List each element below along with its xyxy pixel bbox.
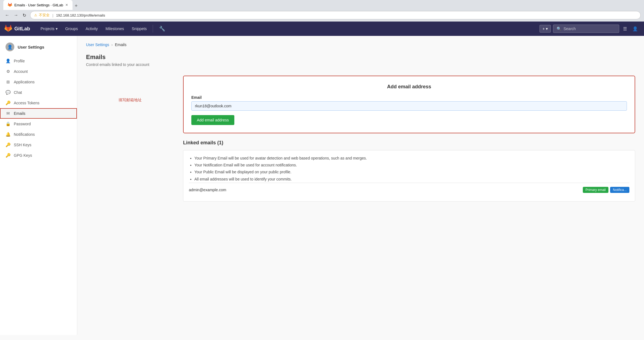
email-address: admin@example.com <box>189 188 226 192</box>
sidebar: 👤 User Settings 👤 Profile ⚙ Account ⊞ Ap… <box>0 36 77 335</box>
address-divider: | <box>52 13 53 17</box>
password-icon: 🔒 <box>6 121 10 126</box>
sidebar-item-label-emails: Emails <box>14 111 25 116</box>
sidebar-item-profile[interactable]: 👤 Profile <box>0 56 77 66</box>
page-title: Emails <box>86 54 635 61</box>
profile-icon: 👤 <box>6 59 10 63</box>
info-item-1: Your Primary Email will be used for avat… <box>194 155 629 162</box>
notifications-icon: 🔔 <box>6 132 10 137</box>
create-new-button[interactable]: + ▾ <box>540 25 551 33</box>
page-subtitle: Control emails linked to your account <box>86 62 635 67</box>
account-icon: ⚙ <box>6 69 10 74</box>
address-bar[interactable]: ⚠ 不安全 | 192.168.182.130/profile/emails <box>30 11 641 19</box>
sidebar-header: 👤 User Settings <box>0 40 77 56</box>
linked-emails-section: Linked emails (1) Your Primary Email wil… <box>183 140 635 201</box>
add-email-card-title: Add email address <box>191 84 627 90</box>
linked-emails-info-box: Your Primary Email will be used for avat… <box>183 150 635 201</box>
sidebar-item-password[interactable]: 🔒 Password <box>0 119 77 129</box>
left-column: 填写邮箱地址 <box>86 76 174 207</box>
sidebar-item-label-gpg-keys: GPG Keys <box>14 153 32 158</box>
linked-emails-title: Linked emails (1) <box>183 140 635 146</box>
projects-dropdown-icon: ▾ <box>56 26 58 31</box>
search-icon: 🔍 <box>557 26 561 31</box>
email-form-field: Email <box>191 95 627 111</box>
security-warning-icon: ⚠ <box>34 13 37 17</box>
emails-icon: ✉ <box>6 111 10 116</box>
linked-emails-info-list: Your Primary Email will be used for avat… <box>189 155 629 183</box>
sidebar-title: User Settings <box>18 45 44 49</box>
email-row: admin@example.com Primary email Notifica… <box>189 183 629 197</box>
sidebar-item-chat[interactable]: 💬 Chat <box>0 87 77 98</box>
sidebar-item-access-tokens[interactable]: 🔑 Access Tokens <box>0 98 77 108</box>
chat-icon: 💬 <box>6 90 10 95</box>
add-email-button[interactable]: Add email address <box>191 115 234 125</box>
sidebar-item-label-notifications: Notifications <box>14 132 35 137</box>
tab-title: Emails · User Settings · GitLab <box>14 3 63 7</box>
add-email-card: Add email address Email Add email addres… <box>183 76 635 133</box>
notification-email-badge: Notifica... <box>610 187 629 193</box>
info-item-3: Your Public Email will be displayed on y… <box>194 169 629 176</box>
sidebar-avatar: 👤 <box>6 42 14 51</box>
nav-divider <box>153 25 153 33</box>
access-tokens-icon: 🔑 <box>6 100 10 105</box>
nav-projects[interactable]: Projects ▾ <box>37 22 61 36</box>
global-search-box[interactable]: 🔍 Search <box>553 25 619 33</box>
gitlab-logo[interactable]: GitLab <box>4 25 30 33</box>
sidebar-item-emails[interactable]: ✉ Emails <box>0 108 77 119</box>
plus-icon: + <box>543 26 545 31</box>
breadcrumb-current: Emails <box>115 42 127 47</box>
email-input-label: Email <box>191 95 627 100</box>
nav-admin-icon[interactable]: 🔧 <box>155 22 169 36</box>
sidebar-item-label-access-tokens: Access Tokens <box>14 101 39 105</box>
user-menu-button[interactable]: 👤 <box>631 25 640 33</box>
tab-close-button[interactable]: ✕ <box>65 3 68 7</box>
sidebar-item-label-applications: Applications <box>14 80 35 84</box>
nav-links: Projects ▾ Groups Activity Milestones Sn… <box>37 22 169 36</box>
new-tab-button[interactable]: + <box>73 2 80 10</box>
reload-button[interactable]: ↻ <box>21 12 28 19</box>
nav-milestones[interactable]: Milestones <box>102 22 128 36</box>
right-column: Add email address Email Add email addres… <box>183 76 635 207</box>
security-warning-text: 不安全 <box>39 13 50 18</box>
gitlab-favicon <box>8 3 12 7</box>
two-column-layout: 填写邮箱地址 Add email address Email Add email… <box>86 76 635 207</box>
primary-email-badge: Primary email <box>583 187 608 193</box>
browser-address-bar-row: ← → ↻ ⚠ 不安全 | 192.168.182.130/profile/em… <box>0 10 644 22</box>
sidebar-item-label-profile: Profile <box>14 59 25 63</box>
address-bar-url: 192.168.182.130/profile/emails <box>56 13 105 17</box>
main-content: User Settings › Emails Emails Control em… <box>77 36 644 335</box>
sidebar-toggle-button[interactable]: ☰ <box>621 25 629 33</box>
nav-snippets[interactable]: Snippets <box>128 22 151 36</box>
applications-icon: ⊞ <box>6 79 10 84</box>
chinese-annotation: 填写邮箱地址 <box>86 98 174 103</box>
sidebar-item-notifications[interactable]: 🔔 Notifications <box>0 129 77 140</box>
email-badges: Primary email Notifica... <box>583 187 629 193</box>
sidebar-item-account[interactable]: ⚙ Account <box>0 66 77 77</box>
nav-right: + ▾ 🔍 Search ☰ 👤 <box>540 25 640 33</box>
gitlab-navbar: GitLab Projects ▾ Groups Activity Milest… <box>0 22 644 36</box>
forward-button[interactable]: → <box>12 12 20 19</box>
email-input[interactable] <box>191 101 627 111</box>
info-item-2: Your Notification Email will be used for… <box>194 162 629 169</box>
sidebar-item-gpg-keys[interactable]: 🔑 GPG Keys <box>0 150 77 161</box>
plus-dropdown-icon: ▾ <box>546 26 548 31</box>
main-layout: 👤 User Settings 👤 Profile ⚙ Account ⊞ Ap… <box>0 36 644 335</box>
back-button[interactable]: ← <box>3 12 11 19</box>
browser-tab[interactable]: Emails · User Settings · GitLab ✕ <box>3 0 73 10</box>
search-placeholder: Search <box>564 26 576 31</box>
sidebar-item-applications[interactable]: ⊞ Applications <box>0 77 77 87</box>
gitlab-logo-text: GitLab <box>14 26 30 32</box>
sidebar-item-label-ssh-keys: SSH Keys <box>14 143 31 147</box>
breadcrumb: User Settings › Emails <box>86 42 635 47</box>
sidebar-item-label-password: Password <box>14 122 31 126</box>
breadcrumb-separator: › <box>111 42 113 47</box>
sidebar-item-label-account: Account <box>14 69 28 74</box>
nav-groups[interactable]: Groups <box>61 22 82 36</box>
nav-activity[interactable]: Activity <box>82 22 102 36</box>
gpg-keys-icon: 🔑 <box>6 153 10 158</box>
sidebar-item-label-chat: Chat <box>14 90 22 95</box>
info-item-4: All email addresses will be used to iden… <box>194 176 629 183</box>
gitlab-logo-icon <box>4 25 12 33</box>
breadcrumb-parent-link[interactable]: User Settings <box>86 42 109 47</box>
sidebar-item-ssh-keys[interactable]: 🔑 SSH Keys <box>0 140 77 150</box>
